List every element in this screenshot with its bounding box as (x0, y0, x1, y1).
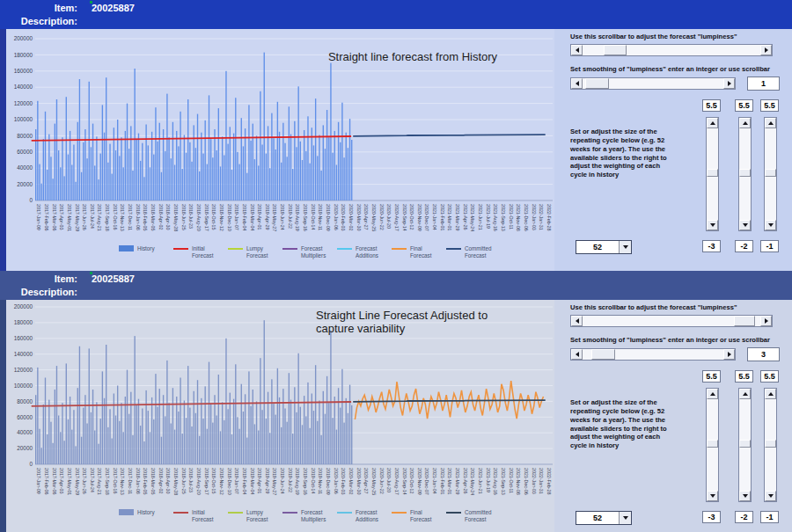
svg-text:2017-Jan-09: 2017-Jan-09 (36, 204, 41, 230)
scrollbar-thumb[interactable] (585, 78, 609, 89)
lumpiness-scrollbar[interactable] (570, 315, 773, 327)
cycle-weight-value: 5.5 (760, 99, 779, 112)
scrollbar-track[interactable] (583, 45, 760, 55)
slider-thumb[interactable] (707, 169, 718, 177)
svg-text:2020-Jun-22: 2020-Jun-22 (379, 468, 385, 494)
cycle-weight-slider[interactable] (706, 388, 719, 502)
cycle-size-dropdown[interactable]: 52 (576, 240, 632, 254)
up-arrow-icon (743, 390, 748, 396)
cycle-weight-slider[interactable] (764, 388, 777, 502)
smoothing-scrollbar[interactable] (570, 348, 736, 361)
smoothing-scrollbar[interactable] (570, 77, 736, 90)
scroll-right-button[interactable] (723, 349, 735, 360)
lumpiness-scrollbar[interactable] (570, 44, 773, 56)
scroll-up-button[interactable] (765, 118, 776, 128)
slider-track[interactable] (765, 399, 776, 491)
cycle-size-value: 52 (576, 241, 619, 253)
svg-text:2020-Feb-03: 2020-Feb-03 (341, 468, 346, 494)
svg-text:2019-Apr-01: 2019-Apr-01 (257, 468, 262, 493)
down-arrow-icon (710, 223, 715, 230)
item-label: Item: (0, 3, 77, 13)
svg-text:2018-Feb-05: 2018-Feb-05 (143, 468, 148, 494)
cycle-weight-slider[interactable] (738, 117, 752, 231)
svg-text:2020-Apr-27: 2020-Apr-27 (363, 204, 369, 230)
scroll-up-button[interactable] (739, 389, 751, 399)
slider-track[interactable] (765, 128, 776, 220)
scroll-left-button[interactable] (571, 316, 583, 326)
svg-text:2018-Apr-30: 2018-Apr-30 (165, 468, 171, 493)
scrollbar-track[interactable] (583, 349, 723, 360)
scroll-down-button[interactable] (765, 220, 776, 230)
scroll-down-button[interactable] (739, 220, 751, 230)
svg-text:2021-Jan-04: 2021-Jan-04 (432, 204, 437, 230)
smoothing-scrollbar-label: Set smoothing of "lumpiness" enter an in… (570, 336, 770, 344)
smoothing-value-input[interactable]: 3 (747, 347, 780, 361)
item-label: Item: (0, 273, 77, 284)
scroll-right-button[interactable] (723, 78, 735, 89)
slider-thumb[interactable] (739, 440, 751, 448)
svg-text:2021-Feb-01: 2021-Feb-01 (440, 468, 445, 494)
slider-thumb[interactable] (765, 169, 776, 177)
smoothing-value-input[interactable]: 1 (747, 77, 780, 91)
forecast-panel-top: Item: 20025887 Description: 020000400006… (0, 0, 792, 271)
svg-text:2019-Nov-11: 2019-Nov-11 (318, 204, 323, 230)
cycle-weight-slider[interactable] (706, 117, 719, 231)
scrollbar-track[interactable] (583, 316, 760, 326)
scrollbar-thumb[interactable] (591, 349, 615, 360)
cycle-weight-slider[interactable] (764, 117, 777, 231)
svg-text:2021-Aug-16: 2021-Aug-16 (493, 204, 498, 231)
slider-thumb[interactable] (739, 169, 751, 177)
cycle-weight-slider[interactable] (738, 388, 752, 502)
scroll-down-button[interactable] (707, 220, 718, 230)
scroll-left-button[interactable] (571, 349, 583, 360)
dropdown-button[interactable] (619, 512, 631, 524)
svg-text:80000: 80000 (17, 398, 33, 404)
slider-track[interactable] (739, 399, 751, 491)
scroll-down-button[interactable] (765, 491, 776, 501)
scroll-up-button[interactable] (707, 118, 718, 128)
item-value-cell[interactable]: 20025887 (92, 3, 135, 13)
scrollbar-thumb[interactable] (734, 316, 755, 326)
svg-text:2021-Mar-29: 2021-Mar-29 (455, 204, 460, 230)
scroll-down-button[interactable] (739, 491, 751, 501)
svg-text:2022-Feb-28: 2022-Feb-28 (546, 468, 552, 494)
right-arrow-icon (728, 81, 734, 86)
slider-track[interactable] (707, 128, 718, 220)
slider-thumb[interactable] (707, 440, 718, 448)
item-value-cell[interactable]: 20025887 (92, 273, 135, 284)
svg-text:Forecast: Forecast (246, 252, 268, 259)
svg-text:2019-Mar-04: 2019-Mar-04 (250, 204, 255, 230)
svg-text:Forecast: Forecast (301, 509, 323, 515)
dropdown-button[interactable] (619, 241, 631, 253)
scroll-up-button[interactable] (739, 118, 751, 128)
left-arrow-icon (573, 352, 579, 357)
scroll-up-button[interactable] (707, 389, 718, 399)
scroll-left-button[interactable] (571, 45, 583, 55)
svg-text:2021-May-24: 2021-May-24 (470, 204, 475, 231)
item-header: Item: 20025887 Description: (0, 271, 792, 300)
cycle-size-dropdown[interactable]: 52 (576, 511, 632, 525)
slider-thumb[interactable] (765, 440, 776, 448)
svg-text:Additions: Additions (356, 252, 378, 259)
svg-text:2022-Jan-31: 2022-Jan-31 (539, 204, 544, 230)
history-bars (35, 320, 352, 464)
down-arrow-icon (743, 223, 748, 230)
svg-text:Forecast: Forecast (192, 252, 214, 259)
svg-text:2020-Jun-22: 2020-Jun-22 (379, 204, 385, 230)
slider-track[interactable] (707, 399, 718, 491)
scroll-right-button[interactable] (760, 45, 772, 55)
chevron-down-icon (623, 516, 628, 522)
chart-legend: HistoryInitialForecastLumpyForecastForec… (119, 509, 492, 523)
scroll-down-button[interactable] (707, 491, 718, 501)
scrollbar-track[interactable] (583, 78, 723, 89)
scrollbar-thumb[interactable] (604, 45, 627, 55)
chart-area: 0200004000060000800001000001200001400001… (0, 29, 554, 271)
svg-text:2019-Feb-04: 2019-Feb-04 (242, 204, 247, 230)
svg-text:2020-Jul-20: 2020-Jul-20 (386, 204, 392, 229)
scroll-right-button[interactable] (760, 316, 772, 326)
scroll-left-button[interactable] (571, 78, 583, 89)
svg-text:120000: 120000 (14, 100, 33, 106)
svg-text:2019-Jan-07: 2019-Jan-07 (234, 468, 239, 494)
scroll-up-button[interactable] (765, 389, 776, 399)
slider-track[interactable] (739, 128, 751, 220)
